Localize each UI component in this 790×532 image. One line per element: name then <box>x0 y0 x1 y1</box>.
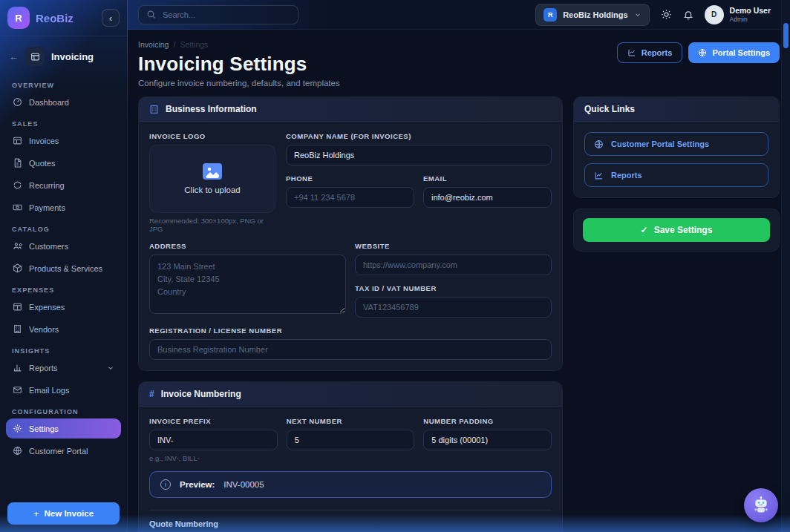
new-invoice-label: New Invoice <box>45 509 94 518</box>
sidebar-item-recurring[interactable]: Recurring <box>6 175 121 195</box>
user-menu[interactable]: D Demo User Admin <box>705 5 771 24</box>
nav-section-configuration: CONFIGURATION <box>12 408 115 416</box>
portal-settings-button-label: Portal Settings <box>712 48 770 57</box>
building-icon <box>149 105 159 114</box>
scrollbar-thumb[interactable] <box>783 23 789 48</box>
reports-button[interactable]: Reports <box>617 42 683 63</box>
gear-icon <box>13 424 22 433</box>
org-switcher-button[interactable]: R ReoBiz Holdings <box>535 4 649 26</box>
globe-icon <box>594 139 604 149</box>
sidebar-item-settings[interactable]: Settings <box>6 418 121 439</box>
save-settings-card: ✓ Save Settings <box>573 208 780 252</box>
invoice-prefix-input[interactable] <box>149 430 278 450</box>
check-icon: ✓ <box>641 225 648 235</box>
chatbot-button[interactable] <box>744 488 778 522</box>
user-role: Admin <box>730 16 771 23</box>
number-padding-select[interactable]: 5 digits (00001) <box>423 430 552 450</box>
new-invoice-button[interactable]: + New Invoice <box>7 502 120 525</box>
org-badge: R <box>543 8 557 22</box>
prefix-hint: e.g., INV-, BILL- <box>149 454 278 462</box>
module-header: ← Invoicing <box>0 36 127 73</box>
business-information-card: Business Information INVOICE LOGO <box>138 96 563 371</box>
card-title: Business Information <box>166 104 257 114</box>
sidebar: R ReoBiz ‹ ← Invoicing OVERVIEW Dashboar… <box>0 0 128 532</box>
search-input[interactable] <box>163 10 290 19</box>
nav-section-expenses: EXPENSES <box>12 286 115 294</box>
vertical-scrollbar[interactable] <box>781 0 790 532</box>
address-textarea[interactable] <box>149 254 346 314</box>
sidebar-item-quotes[interactable]: Quotes <box>6 153 121 173</box>
module-title: Invoicing <box>51 51 94 62</box>
sun-icon <box>661 9 672 20</box>
nav-section-catalog: CATALOG <box>12 226 115 233</box>
invoice-icon <box>13 136 22 145</box>
breadcrumb-parent[interactable]: Invoicing <box>138 40 169 49</box>
users-icon <box>13 241 22 251</box>
field-label-website: WEBSITE <box>355 242 552 250</box>
next-number-input[interactable] <box>287 430 415 450</box>
field-label-email: EMAIL <box>423 174 552 183</box>
logo-upload-dropzone[interactable]: Click to upload <box>149 145 275 213</box>
building-icon <box>13 324 22 334</box>
envelope-icon <box>13 385 22 395</box>
sidebar-item-customer-portal[interactable]: Customer Portal <box>6 441 121 461</box>
gauge-icon <box>13 97 22 107</box>
sidebar-item-invoices[interactable]: Invoices <box>6 131 121 151</box>
table-icon <box>13 302 22 312</box>
robot-icon <box>751 495 771 516</box>
theme-toggle-button[interactable] <box>661 9 672 20</box>
nav-section-overview: OVERVIEW <box>12 82 115 89</box>
back-arrow-icon[interactable]: ← <box>9 51 19 62</box>
topbar: R ReoBiz Holdings D Demo User Admin <box>128 0 790 30</box>
global-search[interactable] <box>138 5 298 24</box>
sidebar-item-products-services[interactable]: Products & Services <box>6 258 121 278</box>
quick-link-customer-portal-settings[interactable]: Customer Portal Settings <box>584 132 768 156</box>
sidebar-item-expenses[interactable]: Expenses <box>6 297 121 317</box>
avatar[interactable]: D <box>705 5 724 24</box>
sidebar-item-dashboard[interactable]: Dashboard <box>6 92 121 112</box>
user-name: Demo User <box>730 6 771 16</box>
company-name-input[interactable] <box>286 145 552 165</box>
phone-input[interactable] <box>286 187 414 208</box>
chart-icon <box>627 48 636 57</box>
field-label-address: ADDRESS <box>149 242 346 250</box>
sidebar-item-label: Customers <box>29 242 68 251</box>
sidebar-item-customers[interactable]: Customers <box>6 236 121 256</box>
app-logo: R <box>7 7 30 29</box>
sidebar-item-label: Payments <box>29 203 65 212</box>
globe-icon <box>698 48 707 57</box>
hash-icon: # <box>149 389 154 399</box>
info-icon: i <box>160 479 171 490</box>
sidebar-item-vendors[interactable]: Vendors <box>6 319 121 339</box>
sidebar-item-reports[interactable]: Reports <box>6 358 121 378</box>
field-label-tax-id: TAX ID / VAT NUMBER <box>355 284 552 292</box>
sidebar-item-label: Settings <box>29 424 59 433</box>
reports-button-label: Reports <box>642 48 673 57</box>
search-icon <box>146 10 156 19</box>
field-label-company-name: COMPANY NAME (FOR INVOICES) <box>286 132 552 140</box>
quick-links-card: Quick Links Customer Portal Settings Rep… <box>573 96 780 198</box>
logo-hint: Recommended: 300×100px, PNG or JPG <box>149 217 275 233</box>
plus-icon: + <box>33 508 39 519</box>
quick-link-reports[interactable]: Reports <box>584 163 768 187</box>
sidebar-item-payments[interactable]: Payments <box>6 197 121 217</box>
divider <box>149 510 552 510</box>
registration-input[interactable] <box>149 339 552 360</box>
tax-id-input[interactable] <box>355 297 552 318</box>
chart-icon <box>594 171 604 180</box>
sidebar-item-label: Invoices <box>29 137 59 145</box>
portal-settings-button[interactable]: Portal Settings <box>688 42 780 63</box>
notifications-button[interactable] <box>683 10 693 20</box>
sidebar-item-email-logs[interactable]: Email Logs <box>6 380 121 400</box>
field-label-number-padding: NUMBER PADDING <box>423 417 552 425</box>
org-name: ReoBiz Holdings <box>563 10 627 19</box>
save-settings-button[interactable]: ✓ Save Settings <box>583 218 770 242</box>
chevron-left-icon: ‹ <box>109 13 112 24</box>
sidebar-item-label: Email Logs <box>29 386 69 395</box>
breadcrumb-current: Settings <box>180 40 208 49</box>
save-settings-label: Save Settings <box>654 225 713 235</box>
website-input[interactable] <box>355 254 552 275</box>
box-icon <box>13 263 22 273</box>
email-input[interactable] <box>423 187 552 208</box>
sidebar-collapse-button[interactable]: ‹ <box>102 9 120 27</box>
